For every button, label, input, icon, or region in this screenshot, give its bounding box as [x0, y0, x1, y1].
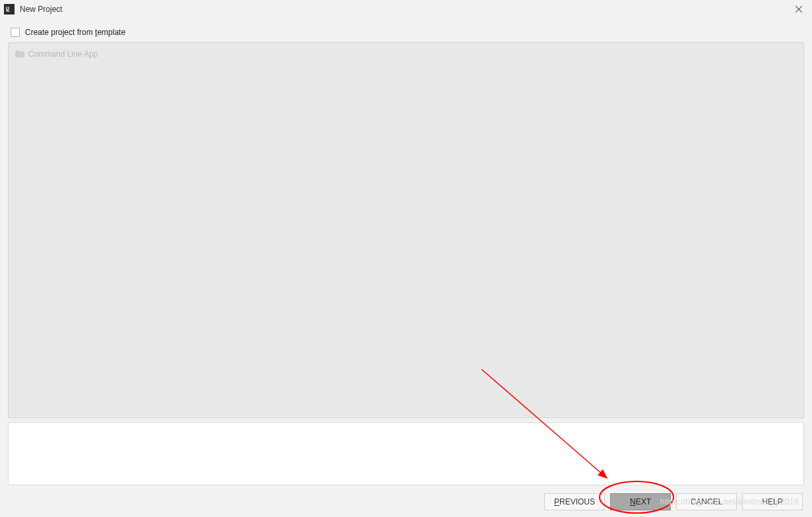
button-bar: PREVIOUS NEXT CANCEL HELP — [535, 487, 812, 517]
help-button[interactable]: HELP — [742, 493, 803, 510]
create-from-template-checkbox[interactable] — [11, 28, 20, 37]
template-list-panel: Command Line App — [8, 42, 804, 418]
create-from-template-label[interactable]: Create project from template — [25, 28, 125, 37]
svg-rect-3 — [9, 7, 9, 10]
template-item: Command Line App — [15, 48, 797, 60]
titlebar: New Project — [0, 0, 812, 18]
svg-rect-1 — [7, 11, 10, 12]
titlebar-left: New Project — [4, 4, 63, 15]
previous-button[interactable]: PREVIOUS — [544, 493, 605, 510]
close-button[interactable] — [790, 3, 808, 16]
cancel-button[interactable]: CANCEL — [676, 493, 737, 510]
template-item-label: Command Line App — [28, 49, 98, 59]
window-title: New Project — [20, 5, 63, 14]
template-description-panel — [8, 422, 804, 485]
svg-rect-7 — [15, 51, 19, 53]
folder-icon — [15, 50, 24, 58]
close-icon — [796, 6, 802, 13]
create-from-template-row: Create project from template — [8, 24, 804, 41]
next-button[interactable]: NEXT — [610, 493, 671, 510]
app-icon — [4, 4, 15, 15]
content-area: Create project from template Command Lin… — [0, 18, 812, 485]
